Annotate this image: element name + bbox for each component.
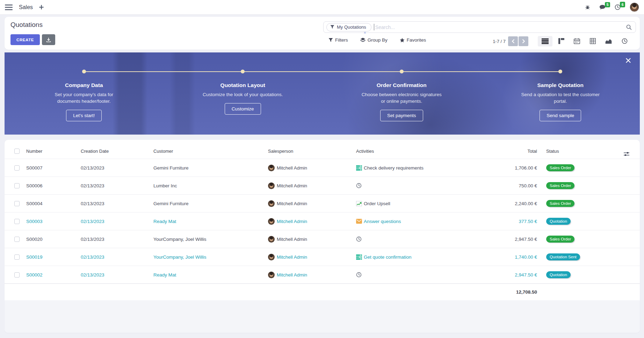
cell-creation-date[interactable]: 02/13/2023 <box>81 183 153 188</box>
view-kanban-button[interactable] <box>555 36 568 46</box>
bug-icon[interactable] <box>585 5 590 10</box>
select-all-checkbox[interactable] <box>14 149 20 154</box>
search-bar[interactable]: My Quotations × <box>323 21 636 33</box>
cell-number[interactable]: S00006 <box>26 183 81 188</box>
tasks-icon[interactable] <box>356 254 362 260</box>
cell-creation-date[interactable]: 02/13/2023 <box>81 219 153 224</box>
search-input[interactable] <box>375 24 624 30</box>
view-calendar-button[interactable] <box>570 36 584 46</box>
cell-customer[interactable]: YourCompany, Joel Willis <box>153 237 268 242</box>
filters-button[interactable]: Filters <box>328 37 348 43</box>
customize-button[interactable]: Customize <box>225 103 261 115</box>
column-header-activities[interactable]: Activities <box>356 149 476 154</box>
cell-customer[interactable]: Ready Mat <box>153 219 268 224</box>
clock-icon[interactable] <box>356 272 362 278</box>
table-row[interactable]: S00002 02/13/2023 Ready Mat Mitchell Adm… <box>5 266 640 283</box>
column-header-number[interactable]: Number <box>26 149 81 154</box>
view-activity-button[interactable] <box>618 36 631 46</box>
table-row[interactable]: S00019 02/13/2023 YourCompany, Joel Will… <box>5 248 640 266</box>
cell-total[interactable]: 2,947.50 € <box>476 237 538 242</box>
cell-salesperson[interactable]: Mitchell Admin <box>268 218 356 225</box>
add-tab-button[interactable] <box>39 5 44 9</box>
table-row[interactable]: S00007 02/13/2023 Gemini Furniture Mitch… <box>5 159 640 177</box>
cell-customer[interactable]: Lumber Inc <box>153 183 268 188</box>
cell-salesperson[interactable]: Mitchell Admin <box>268 236 356 243</box>
column-header-status[interactable]: Status <box>538 149 619 154</box>
cell-creation-date[interactable]: 02/13/2023 <box>81 272 153 278</box>
cell-total[interactable]: 377.50 € <box>476 219 538 224</box>
lets-start-button[interactable]: Let's start! <box>66 110 102 121</box>
cell-total[interactable]: 2,947.50 € <box>476 272 538 278</box>
table-row[interactable]: S00003 02/13/2023 Ready Mat Mitchell Adm… <box>5 212 640 230</box>
column-header-customer[interactable]: Customer <box>153 149 268 154</box>
tasks-icon[interactable] <box>356 165 362 171</box>
cell-creation-date[interactable]: 02/13/2023 <box>81 201 153 206</box>
row-checkbox[interactable] <box>14 201 20 206</box>
cell-activities[interactable]: Check delivery requirements <box>356 165 476 171</box>
search-facet[interactable]: My Quotations × <box>326 23 371 31</box>
column-header-creation-date[interactable]: Creation Date <box>81 149 153 154</box>
group-by-button[interactable]: Group By <box>360 37 388 43</box>
optional-columns-icon[interactable] <box>624 152 629 156</box>
view-graph-button[interactable] <box>601 36 616 46</box>
cell-total[interactable]: 1,740.00 € <box>476 254 538 260</box>
cell-customer[interactable]: Ready Mat <box>153 272 268 278</box>
facet-remove-icon[interactable]: × <box>364 30 366 35</box>
view-pivot-button[interactable] <box>586 36 600 46</box>
favorites-button[interactable]: Favorites <box>400 37 426 43</box>
messages-button[interactable]: 5 <box>599 5 606 10</box>
cell-number[interactable]: S00004 <box>26 201 81 206</box>
column-header-total[interactable]: Total <box>476 149 538 154</box>
user-avatar[interactable] <box>630 2 639 12</box>
cell-salesperson[interactable]: Mitchell Admin <box>268 272 356 278</box>
row-checkbox[interactable] <box>14 272 20 278</box>
cell-customer[interactable]: Gemini Furniture <box>153 201 268 206</box>
cell-total[interactable]: 2,240.00 € <box>476 201 538 206</box>
cell-number[interactable]: S00002 <box>26 272 81 278</box>
view-list-button[interactable] <box>538 36 552 46</box>
cell-activities[interactable]: Answer questions <box>356 219 476 224</box>
send-sample-button[interactable]: Send sample <box>540 110 581 121</box>
cell-activities[interactable]: Order Upsell <box>356 201 476 206</box>
cell-customer[interactable]: Gemini Furniture <box>153 165 268 171</box>
cell-salesperson[interactable]: Mitchell Admin <box>268 165 356 171</box>
table-row[interactable]: S00020 02/13/2023 YourCompany, Joel Will… <box>5 230 640 248</box>
envelope-icon[interactable] <box>356 219 362 224</box>
search-icon[interactable] <box>626 24 632 30</box>
column-header-salesperson[interactable]: Salesperson <box>268 149 356 154</box>
clock-icon[interactable] <box>356 183 362 188</box>
cell-number[interactable]: S00019 <box>26 254 81 260</box>
row-checkbox[interactable] <box>14 219 20 224</box>
row-checkbox[interactable] <box>14 165 20 171</box>
cell-activities[interactable] <box>356 272 476 278</box>
cell-creation-date[interactable]: 02/13/2023 <box>81 237 153 242</box>
clock-icon[interactable] <box>356 236 362 242</box>
cell-activities[interactable]: Get quote confirmation <box>356 254 476 260</box>
cell-activities[interactable] <box>356 236 476 242</box>
cell-creation-date[interactable]: 02/13/2023 <box>81 254 153 260</box>
table-row[interactable]: S00004 02/13/2023 Gemini Furniture Mitch… <box>5 194 640 212</box>
cell-number[interactable]: S00007 <box>26 165 81 171</box>
cell-total[interactable]: 750.00 € <box>476 183 538 188</box>
chart-icon[interactable] <box>356 201 362 206</box>
table-row[interactable]: S00006 02/13/2023 Lumber Inc Mitchell Ad… <box>5 177 640 194</box>
row-checkbox[interactable] <box>14 183 20 188</box>
cell-total[interactable]: 1,706.00 € <box>476 165 538 171</box>
pager-next-button[interactable] <box>519 36 528 46</box>
row-checkbox[interactable] <box>14 237 20 242</box>
pager-previous-button[interactable] <box>508 36 518 46</box>
cell-salesperson[interactable]: Mitchell Admin <box>268 254 356 260</box>
cell-activities[interactable] <box>356 183 476 188</box>
hamburger-icon[interactable] <box>5 5 13 10</box>
cell-number[interactable]: S00020 <box>26 237 81 242</box>
cell-customer[interactable]: YourCompany, Joel Willis <box>153 254 268 260</box>
activities-button[interactable]: 6 <box>615 4 621 10</box>
cell-salesperson[interactable]: Mitchell Admin <box>268 182 356 189</box>
banner-close-button[interactable] <box>626 58 631 63</box>
row-checkbox[interactable] <box>14 254 20 260</box>
app-name[interactable]: Sales <box>19 4 33 10</box>
cell-number[interactable]: S00003 <box>26 219 81 224</box>
cell-salesperson[interactable]: Mitchell Admin <box>268 200 356 207</box>
cell-creation-date[interactable]: 02/13/2023 <box>81 165 153 171</box>
set-payments-button[interactable]: Set payments <box>380 110 423 121</box>
